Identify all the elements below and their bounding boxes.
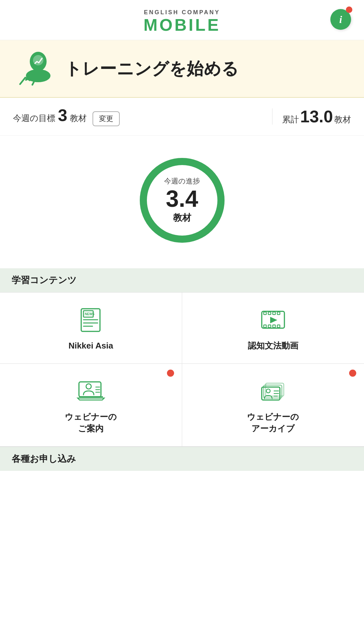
svg-point-27 <box>86 384 91 389</box>
notification-dot-archive <box>349 370 356 377</box>
stats-row: 今週の目標 3 教材 変更 累計 13.0 教材 <box>0 98 364 136</box>
video-icon <box>259 305 288 335</box>
stats-divider <box>272 108 272 125</box>
logo-title: MOBILE <box>143 17 220 33</box>
learning-section-header: 学習コンテンツ <box>0 268 364 292</box>
content-item-video[interactable]: 認知文法動画 <box>182 293 364 364</box>
svg-rect-24 <box>277 325 280 328</box>
weekly-goal-stat: 今週の目標 3 教材 変更 <box>13 107 262 126</box>
training-icon <box>16 49 55 88</box>
svg-rect-20 <box>277 312 280 315</box>
newspaper-icon: NEWS <box>76 305 105 335</box>
svg-rect-22 <box>268 325 271 328</box>
svg-point-35 <box>266 389 270 393</box>
progress-inner: 今週の進捗 3.4教材 <box>164 176 200 224</box>
cumulative-stat: 累計 13.0 教材 <box>282 108 351 125</box>
info-button[interactable]: i <box>330 9 351 30</box>
notification-dot-webinar <box>167 370 174 377</box>
change-button[interactable]: 変更 <box>93 111 120 126</box>
info-icon: i <box>339 14 342 26</box>
progress-value: 3.4 <box>164 186 200 212</box>
progress-section: 今週の進捗 3.4教材 <box>0 136 364 268</box>
content-item-archive[interactable]: ウェビナーの アーカイブ <box>182 364 364 447</box>
progress-circle: 今週の進捗 3.4教材 <box>134 152 231 249</box>
cumulative-prefix: 累計 <box>282 114 299 125</box>
webinar-label: ウェビナーの ご案内 <box>65 411 117 435</box>
content-item-nikkei[interactable]: NEWS Nikkei Asia <box>0 293 182 364</box>
training-label: トレーニングを始める <box>65 59 239 79</box>
svg-rect-23 <box>273 325 275 328</box>
cumulative-number: 13.0 <box>300 108 333 125</box>
progress-label: 今週の進捗 <box>164 176 200 186</box>
cumulative-unit: 教材 <box>334 114 351 125</box>
webinar-icon <box>76 377 105 406</box>
svg-text:NEWS: NEWS <box>85 312 94 316</box>
bottom-section-header: 各種お申し込み <box>0 447 364 471</box>
svg-rect-17 <box>264 312 266 315</box>
svg-marker-25 <box>270 317 277 323</box>
archive-label: ウェビナーの アーカイブ <box>247 411 299 435</box>
logo: English Company MOBILE <box>143 9 220 33</box>
nikkei-label: Nikkei Asia <box>69 340 113 351</box>
training-banner[interactable]: トレーニングを始める <box>0 40 364 98</box>
weekly-goal-unit: 教材 <box>70 113 87 124</box>
svg-rect-18 <box>268 312 271 315</box>
progress-unit: 教材 <box>173 213 191 223</box>
content-grid: NEWS Nikkei Asia <box>0 292 364 447</box>
logo-subtitle: English Company <box>144 9 220 16</box>
app-header: English Company MOBILE i <box>0 0 364 40</box>
weekly-goal-prefix: 今週の目標 <box>13 113 55 124</box>
content-item-webinar[interactable]: ウェビナーの ご案内 <box>0 364 182 447</box>
svg-rect-21 <box>264 325 266 328</box>
weekly-goal-number: 3 <box>58 107 67 124</box>
archive-icon <box>259 377 288 406</box>
video-label: 認知文法動画 <box>248 340 298 351</box>
svg-rect-19 <box>273 312 275 315</box>
